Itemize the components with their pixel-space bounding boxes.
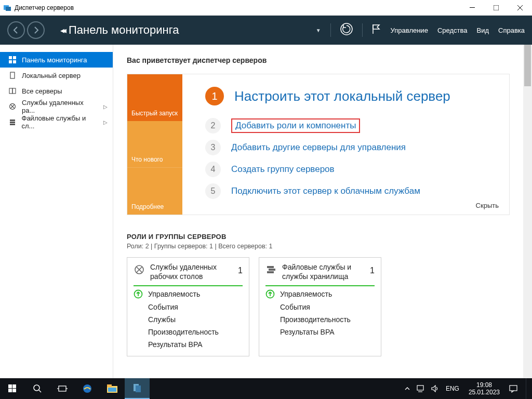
tray-network-icon[interactable] — [417, 385, 425, 392]
svg-rect-26 — [269, 269, 275, 271]
header-bar: ◂◂ Панель мониторинга ▼ Управление Средс… — [0, 16, 532, 45]
tray-chevron-up-icon[interactable] — [404, 385, 410, 392]
tile-row-label[interactable]: Производительность — [148, 328, 219, 336]
svg-rect-35 — [59, 386, 66, 391]
highlight-annotation: Добавить роли и компоненты — [231, 118, 360, 133]
show-desktop-button[interactable] — [526, 378, 529, 399]
tile-title: Службы удаленных рабочих столов — [150, 263, 233, 281]
sidebar-item-local-server[interactable]: Локальный сервер — [0, 68, 113, 83]
sidebar-item-dashboard[interactable]: Панель мониторинга — [0, 52, 113, 68]
sidebar-item-remote-desktop-services[interactable]: Службы удаленных ра... ▷ — [0, 99, 113, 114]
nav-back-button[interactable] — [7, 21, 25, 39]
taskbar-app-ie[interactable] — [75, 378, 100, 399]
sidebar-item-label: Локальный сервер — [22, 72, 81, 79]
taskbar-app-explorer[interactable] — [100, 378, 125, 399]
step-create-server-group[interactable]: Создать группу серверов — [231, 164, 335, 175]
tile-row-label[interactable]: События — [148, 303, 178, 311]
tab-quick-start[interactable]: Быстрый запуск — [127, 74, 182, 121]
step-add-roles-features[interactable]: Добавить роли и компоненты — [235, 121, 356, 130]
remote-icon — [8, 102, 17, 111]
hide-link[interactable]: Скрыть — [476, 202, 499, 209]
tab-label: Что нового — [131, 156, 163, 163]
svg-rect-46 — [510, 385, 517, 391]
notifications-flag-icon[interactable] — [371, 23, 381, 37]
chevron-right-icon: ▷ — [103, 119, 108, 125]
svg-rect-32 — [12, 389, 16, 392]
tile-row-label[interactable]: Результаты BPA — [148, 340, 203, 349]
role-tile-remote-desktop[interactable]: Службы удаленных рабочих столов 1 Управл… — [127, 257, 249, 356]
window-titlebar: Диспетчер серверов — [0, 0, 532, 16]
tray-volume-icon[interactable] — [431, 385, 440, 392]
window-maximize-button[interactable] — [484, 0, 508, 16]
role-tile-file-storage[interactable]: Файловые службы и службы хранилища 1 Упр… — [259, 257, 381, 356]
menu-help[interactable]: Справка — [498, 26, 525, 34]
sidebar-item-label: Все серверы — [22, 87, 62, 95]
sidebar-item-label: Панель мониторинга — [22, 56, 87, 64]
tile-row-label[interactable]: Результаты BPA — [280, 328, 335, 336]
tray-action-center-icon[interactable] — [509, 384, 517, 393]
tab-label: Подробнее — [131, 203, 164, 210]
header-dropdown-caret-icon[interactable]: ▼ — [316, 28, 321, 33]
roles-section-subtitle: Роли: 2 | Группы серверов: 1 | Всего сер… — [127, 243, 510, 250]
svg-rect-11 — [13, 60, 16, 63]
svg-rect-3 — [494, 5, 499, 10]
sidebar-item-label: Файловые службы и сл... — [22, 114, 99, 130]
tile-row-label[interactable]: Производительность — [280, 315, 351, 324]
step-number: 4 — [205, 162, 221, 177]
svg-rect-18 — [10, 119, 15, 121]
tile-row-label[interactable]: Службы — [148, 315, 176, 324]
tab-learn-more[interactable]: Подробнее — [127, 167, 182, 215]
window-minimize-button[interactable] — [460, 0, 484, 16]
svg-rect-41 — [108, 388, 116, 392]
menu-tools[interactable]: Средства — [437, 26, 468, 34]
tile-title: Файловые службы и службы хранилища — [282, 263, 365, 281]
step-configure-local-server[interactable]: Настроить этот локальный сервер — [234, 88, 450, 104]
tray-date: 25.01.2023 — [469, 389, 500, 396]
roles-section-title: РОЛИ И ГРУППЫ СЕРВЕРОВ — [127, 233, 510, 241]
start-button[interactable] — [0, 378, 25, 399]
header-divider — [362, 23, 363, 37]
nav-forward-button[interactable] — [27, 21, 45, 39]
svg-rect-27 — [267, 271, 274, 273]
tile-row-label[interactable]: Управляемость — [148, 290, 200, 298]
svg-rect-13 — [9, 88, 12, 94]
taskbar: ENG 19:08 25.01.2023 — [0, 378, 532, 399]
refresh-icon[interactable] — [339, 22, 354, 38]
menu-view[interactable]: Вид — [476, 26, 489, 34]
sidebar-item-file-storage-services[interactable]: Файловые службы и сл... ▷ — [0, 114, 113, 130]
header-divider — [330, 23, 331, 37]
tray-time: 19:08 — [469, 381, 500, 389]
window-close-button[interactable] — [508, 0, 532, 16]
main-content: Вас приветствует диспетчер серверов Быст… — [113, 45, 532, 378]
step-number: 1 — [205, 87, 224, 105]
welcome-heading: Вас приветствует диспетчер серверов — [127, 56, 510, 64]
taskbar-search-button[interactable] — [25, 378, 50, 399]
taskbar-taskview-button[interactable] — [50, 378, 75, 399]
tile-row-label[interactable]: Управляемость — [280, 290, 332, 298]
vertical-scrollbar[interactable] — [523, 45, 532, 378]
tray-language[interactable]: ENG — [446, 385, 459, 392]
breadcrumb-chevron-icon: ◂◂ — [60, 25, 64, 35]
taskbar-app-server-manager[interactable] — [125, 378, 150, 399]
tile-row-label[interactable]: События — [280, 303, 310, 311]
menu-manage[interactable]: Управление — [391, 26, 428, 34]
tab-label: Быстрый запуск — [131, 110, 178, 117]
page-title: Панель мониторинга — [69, 23, 179, 37]
sidebar-item-label: Службы удаленных ра... — [22, 99, 98, 114]
svg-point-33 — [34, 385, 39, 391]
app-icon — [3, 4, 11, 12]
remote-icon — [134, 264, 145, 275]
step-add-other-servers[interactable]: Добавить другие серверы для управления — [231, 142, 406, 153]
svg-rect-19 — [10, 122, 15, 123]
server-icon — [8, 71, 17, 79]
svg-rect-31 — [8, 389, 12, 392]
servers-icon — [8, 87, 17, 95]
svg-rect-2 — [470, 7, 475, 8]
files-icon — [265, 264, 277, 275]
svg-rect-1 — [6, 7, 11, 11]
step-connect-cloud[interactable]: Подключить этот сервер к облачным служба… — [231, 186, 420, 196]
sidebar-item-all-servers[interactable]: Все серверы — [0, 83, 113, 99]
dashboard-icon — [8, 56, 17, 64]
tab-whats-new[interactable]: Что нового — [127, 121, 182, 168]
tray-clock[interactable]: 19:08 25.01.2023 — [466, 381, 503, 396]
